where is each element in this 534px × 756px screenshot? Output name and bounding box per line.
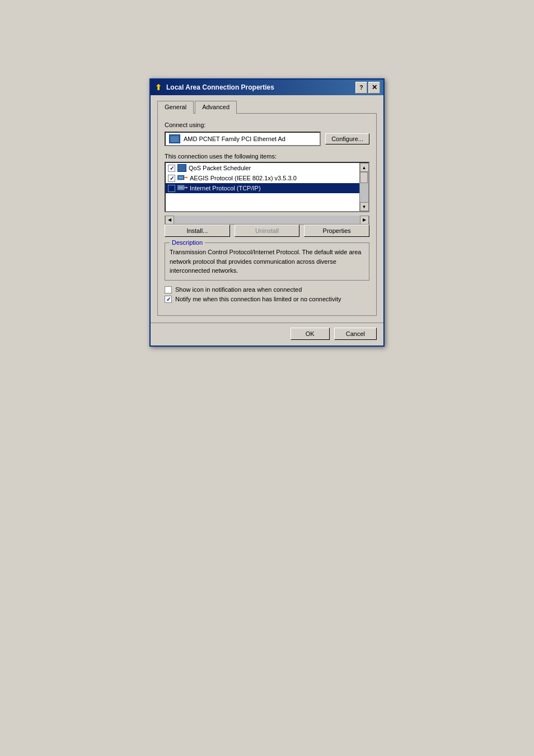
checkbox-show-icon[interactable]	[165, 286, 172, 293]
qos-icon	[177, 164, 186, 172]
description-group: Description Transmission Control Protoco…	[165, 242, 369, 281]
notification-checkboxes: Show icon in notification area when conn…	[165, 286, 369, 303]
scroll-thumb[interactable]	[360, 172, 368, 183]
svg-rect-5	[179, 186, 183, 189]
tab-bar: General Advanced	[157, 101, 377, 114]
scroll-track[interactable]	[360, 172, 368, 202]
notify-label-1: Show icon in notification area when conn…	[175, 286, 302, 293]
checkbox-tcpip[interactable]	[168, 185, 175, 192]
local-area-connection-properties-dialog: ⬆ Local Area Connection Properties ? ✕ G…	[149, 78, 385, 347]
tab-content-general: Connect using: AMD PCNET Family PCI Ethe…	[157, 113, 377, 316]
dialog-icon: ⬆	[154, 83, 163, 92]
description-text: Transmission Control Protocol/Internet P…	[170, 248, 364, 276]
list-item-tcpip-label: Internet Protocol (TCP/IP)	[190, 185, 261, 192]
close-button[interactable]: ✕	[368, 82, 380, 94]
svg-marker-3	[186, 176, 188, 179]
connect-using-label: Connect using:	[165, 122, 369, 128]
tcpip-icon	[177, 184, 188, 192]
dialog-title: Local Area Connection Properties	[166, 83, 274, 91]
items-list-content: QoS Packet Scheduler	[166, 163, 359, 211]
list-item-qos-label: QoS Packet Scheduler	[189, 165, 251, 171]
list-item-aegis[interactable]: AEGIS Protocol (IEEE 802.1x) v3.5.3.0	[166, 173, 359, 183]
help-button[interactable]: ?	[355, 82, 367, 94]
connect-using-row: AMD PCNET Family PCI Ethernet Ad Configu…	[165, 132, 369, 146]
adapter-name: AMD PCNET Family PCI Ethernet Ad	[184, 136, 316, 142]
items-list-wrapper: QoS Packet Scheduler	[165, 162, 369, 225]
svg-rect-1	[179, 176, 183, 179]
properties-button[interactable]: Properties	[304, 225, 369, 237]
items-label: This connection uses the following items…	[165, 153, 369, 160]
vertical-scrollbar[interactable]: ▲ ▼	[359, 163, 368, 211]
aegis-icon	[177, 174, 188, 182]
uninstall-button[interactable]: Uninstall	[235, 225, 300, 237]
ok-button[interactable]: OK	[291, 328, 330, 340]
action-buttons: Install... Uninstall Properties	[165, 225, 369, 237]
tab-advanced[interactable]: Advanced	[195, 101, 237, 114]
install-button[interactable]: Install...	[165, 225, 230, 237]
checkbox-qos[interactable]	[168, 165, 175, 172]
list-item-tcpip[interactable]: Internet Protocol (TCP/IP)	[166, 183, 359, 193]
configure-button[interactable]: Configure...	[325, 133, 369, 144]
scroll-down-arrow[interactable]: ▼	[360, 202, 369, 211]
dialog-body: General Advanced Connect using: AMD PCNE…	[151, 95, 383, 323]
scroll-left-arrow[interactable]: ◀	[165, 216, 174, 225]
list-item-aegis-label: AEGIS Protocol (IEEE 802.1x) v3.5.3.0	[190, 175, 297, 181]
notify-item-2: Notify me when this connection has limit…	[165, 296, 369, 303]
dialog-footer: OK Cancel	[151, 323, 383, 346]
scroll-right-arrow[interactable]: ▶	[360, 216, 369, 225]
checkbox-aegis[interactable]	[168, 175, 175, 182]
svg-marker-7	[186, 186, 188, 189]
horizontal-scrollbar[interactable]: ◀ ▶	[165, 216, 369, 225]
items-list[interactable]: QoS Packet Scheduler	[165, 162, 369, 212]
list-item-qos[interactable]: QoS Packet Scheduler	[166, 163, 359, 173]
title-buttons: ? ✕	[355, 82, 380, 94]
scroll-horiz-track[interactable]	[174, 216, 360, 224]
adapter-icon	[169, 134, 180, 143]
notify-label-2: Notify me when this connection has limit…	[175, 296, 341, 302]
notify-item-1: Show icon in notification area when conn…	[165, 286, 369, 293]
description-legend: Description	[170, 239, 205, 246]
checkbox-notify-limited[interactable]	[165, 296, 172, 303]
tab-general[interactable]: General	[157, 101, 194, 114]
title-bar: ⬆ Local Area Connection Properties ? ✕	[151, 80, 383, 95]
adapter-box: AMD PCNET Family PCI Ethernet Ad	[165, 132, 321, 146]
scroll-up-arrow[interactable]: ▲	[360, 163, 369, 172]
cancel-button[interactable]: Cancel	[334, 328, 377, 340]
